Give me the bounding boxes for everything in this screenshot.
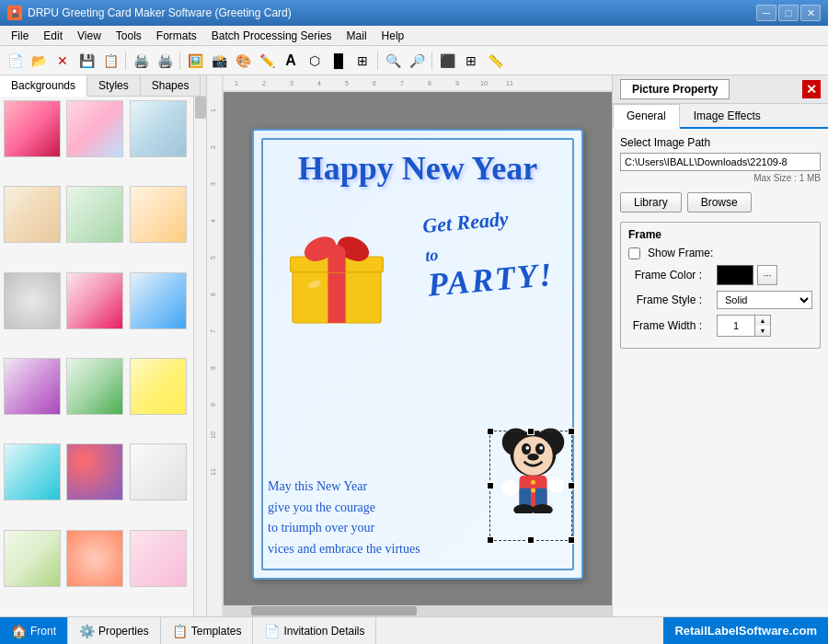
tab-general[interactable]: General [613,104,680,129]
bg-thumbnail-16[interactable] [4,530,61,587]
status-tab-properties[interactable]: ⚙️ Properties [68,617,161,644]
tb-image[interactable]: 🖼️ [184,50,206,72]
picture-property-header: Picture Property ✕ [613,75,828,104]
menu-bar: File Edit View Tools Formats Batch Proce… [0,26,828,46]
tb-barcode[interactable]: ▐▌ [328,50,350,72]
status-tab-front[interactable]: 🏠 Front [0,617,68,644]
tb-shape[interactable]: ⬡ [304,50,326,72]
tb-print[interactable]: 🖨️ [130,50,152,72]
picture-property-close[interactable]: ✕ [802,80,821,98]
bg-thumbnail-12[interactable] [130,358,187,415]
tab-shapes[interactable]: Shapes [141,75,201,96]
svg-text:1: 1 [235,80,238,86]
tb-qr[interactable]: ⊞ [351,50,374,72]
tb-zoom-in[interactable]: 🔍 [382,50,404,72]
frame-color-swatch[interactable] [717,265,753,285]
menu-formats[interactable]: Formats [149,28,204,44]
svg-text:9: 9 [455,80,459,86]
menu-view[interactable]: View [70,28,109,44]
bg-thumbnail-5[interactable] [66,186,123,243]
svg-text:5: 5 [210,256,216,259]
tb-print2[interactable]: 🖨️ [154,50,176,72]
bg-thumbnail-13[interactable] [4,443,61,500]
frame-style-select[interactable]: Solid Dashed Dotted [717,291,812,309]
menu-batch[interactable]: Batch Processing Series [204,28,339,44]
bg-thumbnail-3[interactable] [130,100,187,157]
bg-thumbnail-9[interactable] [130,272,187,329]
tab-image-effects[interactable]: Image Effects [680,104,775,127]
library-button[interactable]: Library [620,192,682,213]
maximize-button[interactable]: □ [778,5,799,21]
handle-br [568,536,575,544]
svg-text:2: 2 [262,80,266,86]
card-container: Happy New Year [224,92,612,616]
svg-text:7: 7 [400,80,404,86]
bg-thumbnail-4[interactable] [4,186,61,243]
tb-align-left[interactable]: ⬛ [436,50,458,72]
tb-save-as[interactable]: 📋 [99,50,121,72]
hscroll-thumb[interactable] [251,606,417,615]
frame-width-spinner: ▲ ▼ [717,315,771,337]
tb-color[interactable]: 🎨 [232,50,254,72]
tb-text[interactable]: A [280,50,302,72]
right-panel: Picture Property ✕ General Image Effects… [612,75,828,616]
svg-text:5: 5 [345,80,349,86]
greeting-card[interactable]: Happy New Year [252,129,583,580]
menu-tools[interactable]: Tools [109,28,149,44]
spinner-down-button[interactable]: ▼ [755,326,770,336]
menu-file[interactable]: File [4,28,36,44]
image-path-input[interactable] [620,153,821,171]
svg-rect-27 [328,268,345,323]
frame-color-dots-button[interactable]: ··· [757,265,777,285]
tab-backgrounds[interactable]: Backgrounds [0,75,87,97]
bg-thumbnail-15[interactable] [130,443,187,500]
bg-thumbnail-6[interactable] [130,186,187,243]
menu-mail[interactable]: Mail [339,28,374,44]
invitation-icon: 📄 [264,624,280,638]
toolbar-separator-2 [179,52,180,70]
thumbnail-scrollbar[interactable] [193,97,206,616]
bg-thumbnail-1[interactable] [4,100,61,157]
svg-text:4: 4 [317,80,321,86]
bg-thumbnail-7[interactable] [4,272,61,329]
tb-new[interactable]: 📄 [4,50,26,72]
tb-save[interactable]: 💾 [75,50,98,72]
close-button[interactable]: ✕ [800,5,821,21]
bg-thumbnail-2[interactable] [66,100,123,157]
status-tab-invitation[interactable]: 📄 Invitation Details [253,617,376,644]
show-frame-checkbox[interactable] [628,247,640,259]
status-bar: 🏠 Front ⚙️ Properties 📋 Templates 📄 Invi… [0,616,828,644]
frame-color-label: Frame Color : [628,269,702,282]
tb-draw[interactable]: ✏️ [256,50,278,72]
minimize-button[interactable]: ─ [756,5,776,21]
tb-close-doc[interactable]: ✕ [52,50,74,72]
bg-thumbnail-8[interactable] [66,272,123,329]
image-path-label: Select Image Path [620,136,821,149]
bg-thumbnail-17[interactable] [66,530,123,587]
tb-zoom-out[interactable]: 🔎 [406,50,428,72]
tb-grid[interactable]: ⊞ [460,50,482,72]
status-tab-templates[interactable]: 📋 Templates [161,617,254,644]
bg-thumbnail-14[interactable] [66,443,123,500]
spinner-up-button[interactable]: ▲ [755,316,770,326]
menu-help[interactable]: Help [374,28,412,44]
menu-edit[interactable]: Edit [36,28,70,44]
status-tab-invitation-label: Invitation Details [283,625,364,638]
canvas-hscrollbar[interactable] [224,605,612,616]
tab-styles[interactable]: Styles [87,75,141,96]
image-path-section: Select Image Path Max Size : 1 MB [620,136,821,183]
tb-open[interactable]: 📂 [28,50,50,72]
title-bar: 🎴 DRPU Greeting Card Maker Software (Gre… [0,0,828,26]
property-body: Select Image Path Max Size : 1 MB Librar… [613,129,828,616]
browse-button[interactable]: Browse [687,192,752,213]
tb-ruler[interactable]: 📏 [484,50,506,72]
handle-tl [487,428,494,435]
bg-thumbnail-11[interactable] [66,358,123,415]
frame-width-input[interactable] [718,316,754,336]
tb-image2[interactable]: 📸 [208,50,230,72]
picture-property-title: Picture Property [620,79,730,99]
svg-text:1: 1 [210,109,216,112]
frame-color-row: Frame Color : ··· [628,265,812,285]
bg-thumbnail-10[interactable] [4,358,61,415]
bg-thumbnail-18[interactable] [130,530,187,587]
